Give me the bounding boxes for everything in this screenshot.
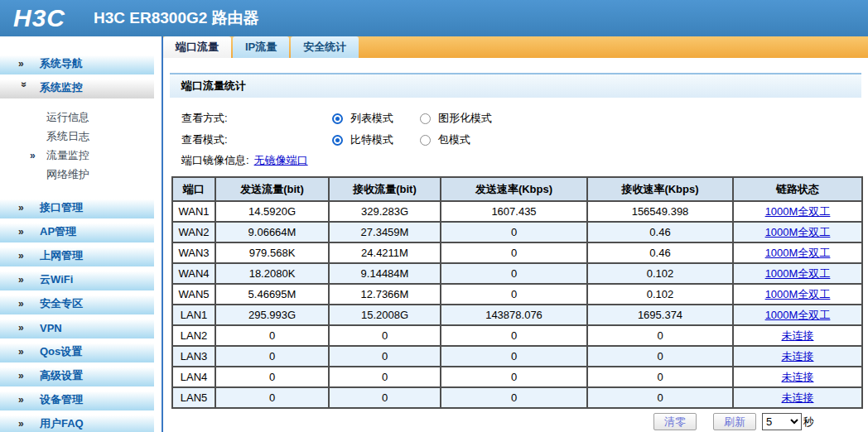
sidebar-subitem-traffic-monitor[interactable]: »流量监控 (0, 146, 162, 165)
app-header: H3C H3C ER8300G2 路由器 (0, 0, 868, 36)
cell-rx-traffic: 9.14484M (329, 263, 441, 284)
expand-arrows-icon: » (19, 82, 29, 97)
refresh-button[interactable]: 刷新 (713, 413, 756, 430)
option-label: 查看方式: (181, 111, 332, 126)
sidebar-subitem-label: 系统日志 (46, 129, 89, 144)
cell-tx-rate: 0 (441, 222, 587, 242)
sidebar-item-ap-mgmt[interactable]: »AP管理 (0, 221, 154, 242)
sidebar-item-qos-settings[interactable]: »Qos设置 (0, 341, 154, 362)
cell-tx-rate: 1607.435 (441, 201, 587, 222)
table-footer-controls: 清零 刷新 5 秒 (170, 413, 814, 430)
cell-rx-traffic: 0 (329, 325, 441, 346)
cell-rx-traffic: 12.7366M (329, 284, 441, 305)
cell-link-status: 1000M全双工 (733, 201, 862, 222)
radio-list-mode[interactable] (332, 113, 343, 124)
tab-security-stats[interactable]: 安全统计 (291, 36, 359, 58)
sidebar-item-internet-mgmt[interactable]: »上网管理 (0, 245, 154, 266)
cell-port: WAN4 (172, 263, 215, 284)
sidebar-item-label: 系统导航 (40, 56, 83, 71)
radio-label: 包模式 (438, 132, 470, 147)
column-header: 发送流量(bit) (215, 177, 329, 201)
table-header-row: 端口发送流量(bit)接收流量(bit)发送速率(Kbps)接收速率(Kbps)… (172, 177, 862, 201)
sidebar-item-label: Qos设置 (40, 344, 82, 359)
link-status-wan4[interactable]: 1000M全双工 (765, 267, 831, 280)
link-status-wan5[interactable]: 1000M全双工 (765, 288, 831, 300)
cell-link-status: 1000M全双工 (733, 305, 862, 325)
link-status-lan5[interactable]: 未连接 (782, 391, 814, 404)
link-status-lan3[interactable]: 未连接 (782, 350, 814, 362)
cell-rx-rate: 0 (587, 367, 733, 387)
cell-tx-traffic: 0 (215, 346, 329, 367)
cell-tx-traffic: 14.5920G (215, 201, 329, 222)
interval-unit-label: 秒 (803, 415, 814, 430)
expand-arrows-icon: » (18, 203, 33, 213)
cell-tx-traffic: 9.06664M (215, 222, 329, 242)
current-item-arrow-icon: » (30, 150, 34, 161)
expand-arrows-icon: » (18, 323, 33, 333)
cell-tx-traffic: 0 (215, 367, 329, 387)
sidebar-item-security-zone[interactable]: »安全专区 (0, 293, 154, 314)
sidebar-item-vpn[interactable]: »VPN (0, 317, 154, 338)
cell-rx-rate: 1695.374 (587, 305, 733, 325)
cell-tx-rate: 0 (441, 242, 587, 263)
cell-rx-traffic: 0 (329, 346, 441, 367)
table-row-wan5: WAN55.46695M12.7366M00.1021000M全双工 (172, 284, 862, 305)
cell-rx-traffic: 329.283G (329, 201, 441, 222)
sidebar-item-device-mgmt[interactable]: »设备管理 (0, 389, 154, 410)
sidebar-subitem-network-maintenance[interactable]: 网络维护 (0, 165, 162, 184)
sidebar-item-advanced-settings[interactable]: »高级设置 (0, 365, 154, 386)
cell-tx-rate: 0 (441, 367, 587, 387)
sidebar-item-cloud-wifi[interactable]: »云WiFi (0, 269, 154, 290)
column-header: 端口 (172, 177, 215, 201)
cell-tx-traffic: 295.993G (215, 305, 329, 325)
sidebar-item-system-monitor[interactable]: »系统监控 (0, 77, 154, 98)
radio-graphic-mode[interactable] (420, 113, 431, 124)
clear-button[interactable]: 清零 (653, 413, 697, 430)
cell-rx-rate: 156549.398 (587, 201, 733, 222)
cell-link-status: 1000M全双工 (733, 284, 862, 305)
refresh-interval-select[interactable]: 5 (762, 413, 802, 430)
cell-rx-rate: 0.102 (587, 263, 733, 284)
table-row-lan3: LAN30000未连接 (172, 346, 862, 367)
table-row-lan1: LAN1295.993G15.2008G143878.0761695.37410… (172, 305, 862, 325)
table-row-wan1: WAN114.5920G329.283G1607.435156549.39810… (172, 201, 862, 222)
link-status-wan3[interactable]: 1000M全双工 (765, 247, 831, 259)
page-title: H3C ER8300G2 路由器 (94, 7, 259, 29)
no-mirror-port-link[interactable]: 无镜像端口 (254, 153, 308, 168)
column-header: 接收速率(Kbps) (587, 177, 733, 201)
link-status-lan4[interactable]: 未连接 (782, 371, 814, 383)
cell-tx-rate: 143878.076 (441, 305, 587, 325)
expand-arrows-icon: » (18, 371, 33, 381)
table-row-lan4: LAN40000未连接 (172, 367, 862, 387)
cell-rx-traffic: 0 (329, 367, 441, 387)
cell-tx-traffic: 979.568K (215, 242, 329, 263)
sidebar-item-user-faq[interactable]: »用户FAQ (0, 413, 154, 432)
tab-port-traffic[interactable]: 端口流量 (163, 36, 231, 58)
radio-choice-bit-mode: 比特模式 (332, 132, 420, 147)
sidebar-item-system-nav[interactable]: »系统导航 (0, 53, 154, 74)
sidebar-subitem-system-log[interactable]: 系统日志 (0, 127, 162, 146)
cell-rx-traffic: 27.3459M (329, 222, 441, 242)
port-mirror-label: 端口镜像信息: (181, 153, 249, 168)
link-status-wan1[interactable]: 1000M全双工 (765, 205, 831, 218)
cell-port: LAN4 (172, 367, 215, 387)
tab-ip-traffic[interactable]: IP流量 (233, 36, 289, 58)
sidebar-subitem-label: 网络维护 (46, 167, 89, 182)
radio-choice-packet-mode: 包模式 (420, 132, 470, 147)
sidebar-subitem-running-info[interactable]: 运行信息 (0, 108, 162, 127)
table-row-lan5: LAN50000未连接 (172, 387, 862, 408)
cell-port: LAN3 (172, 346, 215, 367)
cell-port: WAN1 (172, 201, 215, 222)
cell-rx-rate: 0.46 (587, 222, 733, 242)
table-row-wan2: WAN29.06664M27.3459M00.461000M全双工 (172, 222, 862, 242)
link-status-lan2[interactable]: 未连接 (782, 329, 814, 342)
cell-link-status: 未连接 (733, 387, 862, 408)
radio-bit-mode[interactable] (332, 135, 343, 146)
link-status-lan1[interactable]: 1000M全双工 (765, 309, 831, 321)
sidebar-item-interface-mgmt[interactable]: »接口管理 (0, 197, 154, 218)
table-row-wan3: WAN3979.568K24.4211M00.461000M全双工 (172, 242, 862, 263)
cell-tx-traffic: 5.46695M (215, 284, 329, 305)
sidebar-item-label: 接口管理 (40, 200, 83, 215)
link-status-wan2[interactable]: 1000M全双工 (765, 226, 831, 238)
radio-packet-mode[interactable] (420, 135, 431, 146)
